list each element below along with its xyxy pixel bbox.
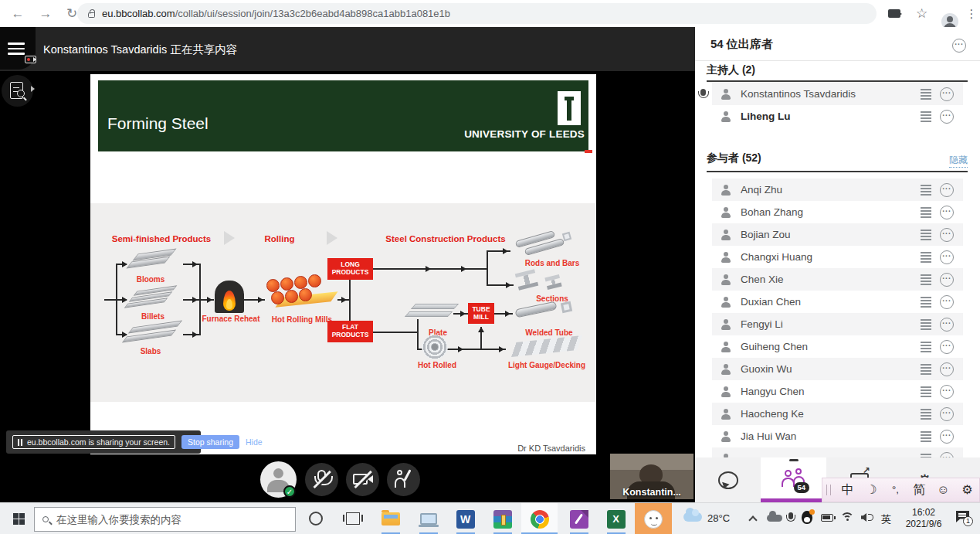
search-input[interactable]	[55, 513, 271, 526]
start-button[interactable]	[6, 503, 32, 534]
stop-sharing-button[interactable]: Stop sharing	[181, 435, 239, 449]
attendee-options-button[interactable]	[940, 206, 954, 219]
view-content-button[interactable]	[2, 75, 33, 107]
clock[interactable]: 16:02 2021/9/6	[898, 507, 949, 530]
attendee-options-button[interactable]	[940, 87, 954, 101]
raise-hand-button[interactable]	[387, 463, 420, 496]
attendee-options-button[interactable]	[940, 362, 954, 376]
taskbar-chrome[interactable]	[521, 503, 558, 534]
attendee-name: Haocheng Ke	[741, 408, 921, 420]
participant-row[interactable]: Anqi Zhu	[712, 179, 963, 201]
shared-content-icon[interactable]	[921, 207, 931, 218]
taskbar-pen-app[interactable]	[561, 503, 597, 534]
participant-row[interactable]: Guoxin Wu	[712, 358, 963, 380]
attendee-options-button[interactable]	[940, 452, 954, 458]
shared-content-icon[interactable]	[921, 274, 931, 285]
weather-cloud-icon[interactable]	[683, 512, 702, 522]
camera-toggle-button[interactable]	[346, 463, 379, 496]
tray-expand-chevron[interactable]	[748, 515, 757, 524]
attendee-options-button[interactable]	[940, 340, 954, 354]
battery-icon[interactable]	[821, 514, 833, 522]
tab-chat[interactable]	[695, 457, 761, 502]
bookmark-star-icon[interactable]: ☆	[916, 0, 927, 27]
taskbar-search-box[interactable]	[34, 507, 296, 532]
cortana-button[interactable]	[309, 512, 323, 525]
shared-content-icon[interactable]	[921, 252, 931, 263]
speaker-icon[interactable]	[861, 513, 866, 522]
taskbar-word[interactable]: W	[447, 503, 483, 534]
shared-content-icon[interactable]	[921, 185, 931, 196]
tab-attendees[interactable]: 54	[761, 457, 826, 502]
participant-row[interactable]: Jia Hui Wan	[712, 425, 963, 447]
session-menu-button[interactable]	[0, 27, 36, 70]
shared-content-icon[interactable]	[921, 111, 931, 122]
attendee-name: Konstantinos Tsavdaridis	[741, 88, 921, 100]
ime-punctuation-toggle[interactable]: °,	[883, 478, 907, 502]
ime-simplified-toggle[interactable]: 简	[907, 478, 931, 502]
ime-grip-icon[interactable]	[826, 485, 831, 495]
attendees-options-button[interactable]	[952, 39, 966, 53]
taskbar-active-orange-app[interactable]	[635, 503, 672, 534]
participant-row[interactable]: Bojian Zou	[712, 223, 963, 246]
attendee-options-button[interactable]	[940, 295, 954, 309]
attendees-count-badge: 54	[794, 482, 810, 493]
shared-content-icon[interactable]	[921, 89, 931, 100]
attendee-options-button[interactable]	[940, 273, 954, 287]
forward-icon[interactable]: →	[34, 0, 57, 27]
moderator-row[interactable]: Konstantinos Tsavdaridis	[712, 83, 963, 105]
attendee-options-button[interactable]	[940, 110, 954, 124]
shared-content-icon[interactable]	[921, 386, 931, 397]
presenter-video-thumbnail[interactable]: Konstantin...	[610, 454, 693, 499]
shared-content-icon[interactable]	[921, 364, 931, 375]
participant-row[interactable]: Changxi Huang	[712, 246, 963, 268]
language-indicator[interactable]: 英	[881, 512, 891, 526]
participant-row[interactable]	[712, 447, 963, 457]
ime-emoji-icon[interactable]: ☺	[931, 478, 955, 502]
ime-settings-gear-icon[interactable]: ⚙	[955, 478, 979, 502]
attendee-name: Bojian Zou	[741, 229, 921, 240]
presenter-name-label: Konstantin...	[610, 487, 693, 498]
onedrive-cloud-icon[interactable]	[767, 515, 782, 522]
back-icon[interactable]: ←	[6, 0, 29, 27]
task-view-button[interactable]	[346, 512, 360, 525]
tab-capture-camera-icon[interactable]	[888, 9, 900, 18]
participant-row[interactable]: Hangyu Chen	[712, 380, 963, 403]
shared-content-icon[interactable]	[921, 230, 931, 240]
participant-row[interactable]: Duxian Chen	[712, 291, 963, 313]
taskbar-file-explorer[interactable]	[372, 503, 409, 534]
browser-menu-icon[interactable]: ⋮	[965, 0, 978, 27]
attendee-options-button[interactable]	[940, 318, 954, 332]
temperature-label[interactable]: 28°C	[707, 512, 730, 524]
shared-content-icon[interactable]	[921, 342, 931, 352]
attendee-options-button[interactable]	[940, 250, 954, 264]
hide-participants-link[interactable]: 隐藏	[949, 154, 968, 168]
participant-row[interactable]: Chen Xie	[712, 268, 963, 291]
qq-penguin-icon[interactable]	[802, 511, 812, 524]
address-bar[interactable]: eu.bbcollab.com/collab/ui/session/join/1…	[77, 3, 877, 24]
ime-mode-toggle[interactable]: 中	[836, 478, 860, 502]
participants-header: 参与者 (52)	[707, 151, 761, 165]
participant-row[interactable]: Bohan Zhang	[712, 201, 963, 223]
ime-fullwidth-moon-icon[interactable]: ☽	[860, 478, 883, 502]
shared-content-icon[interactable]	[921, 297, 931, 308]
moderator-row[interactable]: Liheng Lu	[712, 105, 963, 128]
tray-microphone-icon[interactable]	[788, 512, 793, 519]
attendee-options-button[interactable]	[940, 407, 954, 421]
participant-row[interactable]: Fengyi Li	[712, 313, 963, 335]
hide-sharing-button[interactable]: Hide	[246, 437, 263, 447]
shared-content-icon[interactable]	[921, 409, 931, 420]
taskbar-winrar[interactable]	[484, 503, 521, 534]
participant-row[interactable]: Haocheng Ke	[712, 403, 963, 425]
attendee-options-button[interactable]	[940, 385, 954, 399]
taskbar-display-app[interactable]	[410, 503, 446, 534]
microphone-toggle-button[interactable]	[305, 463, 338, 496]
attendee-options-button[interactable]	[940, 183, 954, 197]
participant-row[interactable]: Guiheng Chen	[712, 335, 963, 358]
wifi-icon[interactable]	[840, 512, 854, 523]
shared-content-icon[interactable]	[921, 431, 931, 442]
attendee-options-button[interactable]	[940, 430, 954, 444]
attendee-options-button[interactable]	[940, 228, 954, 242]
shared-content-icon[interactable]	[921, 319, 931, 330]
taskbar-excel[interactable]: X	[598, 503, 634, 534]
attendee-name: Fengyi Li	[741, 318, 921, 330]
